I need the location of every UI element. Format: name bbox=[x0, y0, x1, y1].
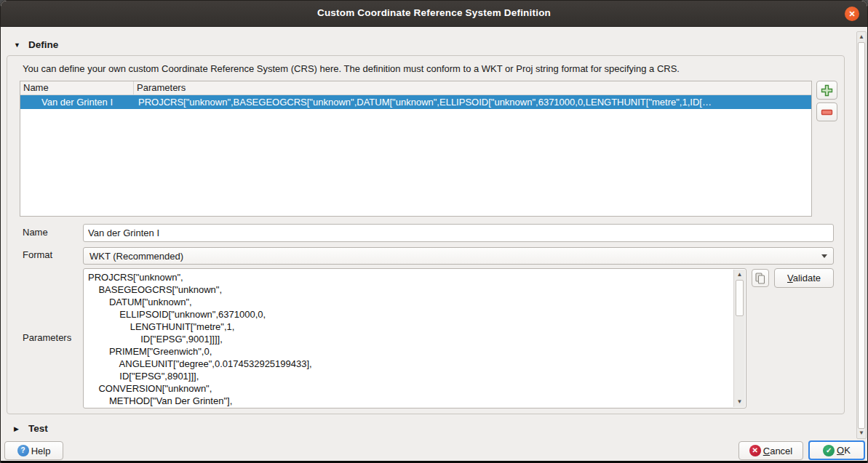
dialog-scroll-thumb[interactable] bbox=[858, 42, 865, 429]
ok-label: OK bbox=[837, 445, 851, 456]
ok-button[interactable]: ✓ OK bbox=[808, 440, 865, 460]
define-section-header[interactable]: ▼ Define bbox=[14, 39, 58, 50]
test-section-header[interactable]: ▶ Test bbox=[14, 423, 48, 434]
parameters-label: Parameters bbox=[23, 332, 71, 343]
cancel-button[interactable]: ✕ Cancel bbox=[738, 441, 803, 460]
titlebar[interactable]: Custom Coordinate Reference System Defin… bbox=[1, 1, 867, 27]
scroll-up-icon[interactable]: ▲ bbox=[857, 33, 866, 41]
minus-icon bbox=[821, 106, 833, 118]
close-button[interactable]: ✕ bbox=[845, 7, 859, 21]
column-header-parameters[interactable]: Parameters bbox=[134, 81, 188, 94]
crs-description: You can define your own custom Coordinat… bbox=[23, 63, 834, 74]
test-section-label: Test bbox=[28, 423, 48, 434]
name-label: Name bbox=[23, 227, 48, 238]
ok-icon: ✓ bbox=[823, 445, 835, 456]
validate-label: Validate bbox=[787, 273, 821, 283]
scroll-down-icon[interactable]: ▼ bbox=[734, 398, 745, 406]
format-selected-value: WKT (Recommended) bbox=[89, 251, 183, 262]
cancel-icon: ✕ bbox=[749, 445, 761, 456]
scroll-down-icon[interactable]: ▼ bbox=[857, 429, 866, 438]
copy-button[interactable] bbox=[752, 269, 769, 287]
add-crs-button[interactable] bbox=[816, 81, 837, 100]
name-input[interactable] bbox=[83, 224, 834, 242]
help-button[interactable]: ? Help bbox=[4, 441, 63, 460]
validate-button[interactable]: Validate bbox=[774, 268, 834, 288]
define-section-label: Define bbox=[28, 39, 58, 50]
table-header: Name Parameters bbox=[20, 81, 811, 95]
remove-crs-button[interactable] bbox=[816, 102, 837, 121]
window-title: Custom Coordinate Reference System Defin… bbox=[1, 7, 867, 18]
chevron-down-icon: ▼ bbox=[14, 41, 23, 49]
crs-table: Name Parameters Van der Grinten I PROJCR… bbox=[20, 81, 812, 217]
format-select[interactable]: WKT (Recommended) bbox=[83, 247, 834, 265]
row-parameters-cell: PROJCRS["unknown",BASEGEOGCRS["unknown",… bbox=[134, 97, 811, 108]
cancel-label: Cancel bbox=[763, 446, 792, 456]
dialog-scrollbar[interactable]: ▲ ▼ bbox=[856, 31, 867, 439]
parameters-text: PROJCRS["unknown", BASEGEOGCRS["unknown"… bbox=[88, 271, 731, 408]
column-header-name[interactable]: Name bbox=[20, 81, 134, 94]
chevron-right-icon: ▶ bbox=[14, 425, 23, 432]
chevron-down-icon bbox=[821, 254, 827, 258]
format-label: Format bbox=[23, 249, 52, 260]
row-name-cell: Van der Grinten I bbox=[20, 97, 134, 108]
table-row[interactable]: Van der Grinten I PROJCRS["unknown",BASE… bbox=[20, 95, 811, 109]
close-icon: ✕ bbox=[848, 10, 855, 18]
parameters-scrollbar[interactable]: ▲ ▼ bbox=[733, 270, 745, 407]
custom-crs-dialog: Custom Coordinate Reference System Defin… bbox=[0, 0, 868, 463]
parameters-textarea[interactable]: PROJCRS["unknown", BASEGEOGCRS["unknown"… bbox=[83, 268, 746, 408]
parameters-scroll-thumb[interactable] bbox=[736, 280, 744, 316]
copy-icon bbox=[755, 273, 765, 284]
help-label: Help bbox=[31, 446, 51, 456]
help-icon: ? bbox=[17, 445, 29, 456]
scroll-up-icon[interactable]: ▲ bbox=[734, 270, 745, 279]
plus-icon bbox=[821, 84, 833, 97]
